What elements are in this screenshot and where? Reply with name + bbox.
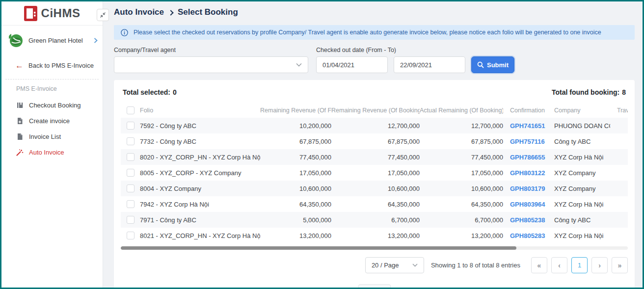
- total-found-booking: Total found booking: 8: [552, 88, 626, 96]
- confirmation-link[interactable]: GPH803122: [510, 169, 545, 177]
- confirmation-link[interactable]: GPH803964: [510, 201, 545, 208]
- confirmation-link[interactable]: GPH803179: [510, 185, 545, 192]
- table-row: 8004 - XYZ Company 10,600,000 10,600,000…: [121, 181, 628, 196]
- sidebar-item-label: Auto Invoice: [29, 149, 64, 156]
- confirmation-link[interactable]: GPH786655: [510, 154, 545, 161]
- remaining-revenue-folio-cell: 17,050,000: [260, 169, 331, 177]
- horizontal-scrollbar-thumb[interactable]: [121, 246, 516, 250]
- page-size-select[interactable]: 20 / Page: [365, 257, 424, 273]
- folio-cell: 7732 - Công ty ABC: [137, 138, 260, 145]
- divider: [5, 79, 99, 79]
- table-row: 7732 - Công ty ABC 67,875,000 67,875,000…: [121, 133, 628, 149]
- folio-cell: 8004 - XYZ Company: [137, 185, 260, 192]
- remaining-revenue-folio-cell: 10,600,000: [260, 185, 331, 192]
- pagination-buttons: « ‹ 1 › »: [531, 257, 628, 273]
- breadcrumb-current: Select Booking: [178, 7, 238, 17]
- remaining-revenue-folio-cell: 10,200,000: [260, 122, 331, 130]
- back-link-label: Back to PMS E-Invoice: [28, 62, 94, 69]
- row-checkbox[interactable]: [127, 184, 134, 192]
- select-all-checkbox[interactable]: [127, 106, 134, 114]
- row-checkbox[interactable]: [127, 137, 134, 145]
- company-cell: Công ty ABC: [547, 216, 610, 224]
- column-header-remaining-revenue-folio: Remaining Revenue (Of Folio): [260, 107, 331, 114]
- hotel-selector[interactable]: Green Planet Hotel: [1, 26, 103, 55]
- remaining-revenue-booking-cell: 12,700,000: [331, 122, 420, 130]
- file-plus-icon: [16, 117, 24, 125]
- first-page-button[interactable]: «: [531, 257, 547, 273]
- sidebar-item-invoice-list[interactable]: Invoice List: [1, 129, 103, 144]
- row-checkbox[interactable]: [127, 200, 134, 208]
- table-row: 7592 - Công ty ABC 10,200,000 12,700,000…: [121, 118, 628, 133]
- sidebar-item-label: Invoice List: [29, 133, 61, 140]
- row-checkbox[interactable]: [127, 232, 134, 239]
- total-found-value: 8: [622, 88, 626, 96]
- magic-wand-icon: [16, 149, 24, 156]
- actual-remaining-cell: 64,350,000: [420, 201, 503, 208]
- horizontal-scrollbar[interactable]: [121, 246, 628, 250]
- table-row: 8021 - XYZ_CORP_HN - XYZ Corp Hà Nội 13,…: [121, 228, 628, 243]
- company-filter-label: Company/Travel agent: [114, 47, 308, 53]
- next-page-button[interactable]: ›: [591, 257, 608, 273]
- company-cell: XYZ Corp Hà Nội: [547, 201, 610, 208]
- next-step-button[interactable]: Next →: [358, 284, 391, 288]
- remaining-revenue-folio-cell: 77,450,000: [260, 154, 331, 161]
- date-to-input[interactable]: [394, 56, 465, 73]
- prev-page-button[interactable]: ‹: [551, 257, 567, 273]
- table-body: 7592 - Công ty ABC 10,200,000 12,700,000…: [121, 118, 628, 243]
- booking-table: Folio Remaining Revenue (Of Folio) Remai…: [121, 103, 628, 243]
- breadcrumb-parent[interactable]: Auto Invoice: [114, 7, 164, 17]
- chevron-right-icon: [94, 38, 98, 43]
- row-checkbox[interactable]: [127, 169, 134, 177]
- table-row: 7971 - Công ty ABC 5,000,000 6,700,000 6…: [121, 212, 628, 228]
- remaining-revenue-booking-cell: 10,600,000: [331, 185, 420, 192]
- info-banner-text: Please select the checked out reservatio…: [134, 29, 601, 36]
- company-select[interactable]: [114, 56, 308, 73]
- info-icon: [121, 29, 128, 36]
- page-1-button[interactable]: 1: [571, 257, 588, 273]
- sidebar-item-create-invoice[interactable]: Create invoice: [1, 113, 103, 129]
- main-content: Auto Invoice Select Booking Please selec…: [103, 1, 643, 288]
- collapse-icon: [100, 12, 106, 18]
- info-banner: Please select the checked out reservatio…: [114, 25, 635, 40]
- remaining-revenue-booking-cell: 6,700,000: [331, 216, 420, 224]
- remaining-revenue-folio-cell: 5,000,000: [260, 216, 331, 224]
- sidebar-collapse-button[interactable]: [97, 9, 109, 21]
- sidebar-item-auto-invoice[interactable]: Auto Invoice: [1, 144, 103, 160]
- date-from-input[interactable]: [316, 56, 388, 73]
- hotel-name: Green Planet Hotel: [28, 37, 89, 44]
- filter-bar: Company/Travel agent Checked out date (F…: [114, 47, 635, 73]
- remaining-revenue-booking-cell: 17,050,000: [331, 169, 420, 177]
- confirmation-link[interactable]: GPH757116: [510, 138, 545, 145]
- pagination: 20 / Page Showing 1 to 8 of total 8 entr…: [121, 257, 628, 273]
- remaining-revenue-folio-cell: 64,350,000: [260, 201, 331, 208]
- row-checkbox[interactable]: [127, 216, 134, 224]
- row-checkbox[interactable]: [127, 122, 134, 130]
- chevron-down-icon: [296, 63, 302, 67]
- total-selected: Total selected: 0: [123, 88, 177, 96]
- folio-cell: 7971 - Công ty ABC: [137, 216, 260, 224]
- company-cell: PHUONG DOAN CORP: [547, 122, 610, 130]
- column-header-travel-agent: Trave: [610, 107, 628, 114]
- back-link[interactable]: ← Back to PMS E-Invoice: [1, 55, 103, 72]
- company-filter: Company/Travel agent: [114, 47, 308, 73]
- confirmation-link[interactable]: GPH805283: [510, 232, 545, 239]
- submit-button[interactable]: Submit: [471, 56, 514, 73]
- search-icon: [477, 61, 484, 68]
- column-header-actual-remaining: Actual Remaining (Of Booking): [420, 107, 503, 114]
- remaining-revenue-booking-cell: 64,350,000: [331, 201, 420, 208]
- breadcrumb: Auto Invoice Select Booking: [114, 7, 635, 17]
- remaining-revenue-booking-cell: 13,200,000: [331, 232, 420, 239]
- last-page-button[interactable]: »: [612, 257, 628, 273]
- row-checkbox[interactable]: [127, 153, 134, 161]
- confirmation-link[interactable]: GPH805238: [510, 216, 545, 224]
- folio-cell: 7592 - Công ty ABC: [137, 122, 260, 130]
- confirmation-link[interactable]: GPH741651: [510, 122, 545, 130]
- actual-remaining-cell: 77,450,000: [420, 154, 503, 161]
- file-icon: [16, 133, 24, 140]
- actual-remaining-cell: 13,200,000: [420, 232, 503, 239]
- company-cell: XYZ Company: [547, 169, 610, 177]
- total-selected-label: Total selected:: [123, 88, 170, 96]
- actual-remaining-cell: 10,600,000: [420, 185, 503, 192]
- company-cell: XYZ Company: [547, 185, 610, 192]
- sidebar-item-checkout-booking[interactable]: Checkout Booking: [1, 97, 103, 113]
